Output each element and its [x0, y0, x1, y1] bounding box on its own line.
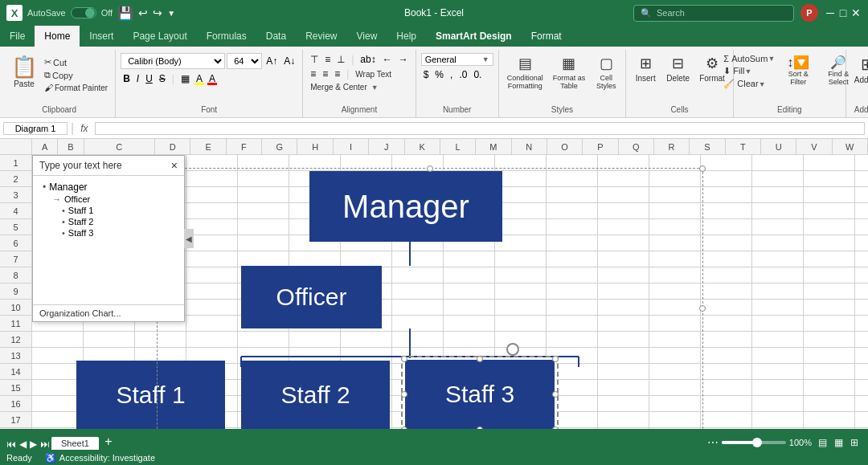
- staff3-rotation-handle[interactable]: [506, 343, 519, 356]
- tab-file[interactable]: File: [0, 26, 35, 47]
- font-family-select[interactable]: Calibri (Body): [121, 53, 225, 69]
- staff3-handle-tm[interactable]: [477, 356, 483, 362]
- handle-mr[interactable]: [699, 305, 706, 312]
- row-1[interactable]: 1: [0, 155, 31, 171]
- staff3-handle-tr[interactable]: [552, 356, 559, 362]
- officer-box[interactable]: Officer: [241, 266, 382, 328]
- tab-help[interactable]: Help: [387, 26, 426, 47]
- staff3-handle-br[interactable]: [552, 426, 559, 429]
- tab-formulas[interactable]: Formulas: [197, 26, 256, 47]
- borders-button[interactable]: ▦: [178, 72, 192, 85]
- staff3-handle-tl[interactable]: [401, 356, 407, 362]
- text-pane-footer[interactable]: Organization Chart...: [33, 304, 184, 321]
- page-break-view-button[interactable]: ⊞: [847, 435, 862, 450]
- save-icon[interactable]: 💾: [117, 6, 133, 21]
- col-P[interactable]: P: [583, 139, 618, 154]
- col-D[interactable]: D: [155, 139, 190, 154]
- copy-button[interactable]: ⧉ Copy: [42, 69, 110, 81]
- handle-tr[interactable]: [699, 165, 706, 172]
- bold-button[interactable]: B: [121, 72, 133, 85]
- col-S[interactable]: S: [690, 139, 725, 154]
- text-pane-close-button[interactable]: ×: [171, 159, 178, 172]
- row-6[interactable]: 6: [0, 235, 31, 251]
- zoom-bar[interactable]: [722, 441, 786, 444]
- align-left-button[interactable]: ≡: [308, 67, 318, 80]
- staff2-box[interactable]: Staff 2: [241, 361, 390, 429]
- col-L[interactable]: L: [440, 139, 476, 154]
- row-11[interactable]: 11: [0, 316, 31, 332]
- row-10[interactable]: 10: [0, 300, 31, 316]
- add-ins-button[interactable]: ⊞ Add-ins: [851, 53, 868, 86]
- decimal-increase-button[interactable]: .0: [457, 68, 469, 81]
- decrease-font-button[interactable]: A↓: [281, 55, 297, 67]
- col-N[interactable]: N: [512, 139, 547, 154]
- zoom-thumb[interactable]: [752, 438, 762, 447]
- row-14[interactable]: 14: [0, 364, 31, 380]
- text-pane-item-staff2[interactable]: • Staff 2: [36, 216, 181, 227]
- row-12[interactable]: 12: [0, 332, 31, 348]
- col-A[interactable]: A: [32, 139, 58, 154]
- font-size-select[interactable]: 64: [227, 53, 262, 69]
- col-G[interactable]: G: [262, 139, 297, 154]
- clear-button[interactable]: 🧹 Clear ▼: [721, 78, 777, 90]
- minimize-button[interactable]: ─: [825, 7, 836, 18]
- sheet-nav-next[interactable]: ▶: [30, 438, 37, 450]
- format-painter-button[interactable]: 🖌 Format Painter: [42, 82, 110, 93]
- col-K[interactable]: K: [405, 139, 440, 154]
- decimal-decrease-button[interactable]: 0.: [471, 68, 484, 81]
- col-I[interactable]: I: [334, 139, 369, 154]
- row-2[interactable]: 2: [0, 171, 31, 187]
- align-right-button[interactable]: ≡: [332, 67, 342, 80]
- text-pane-item-officer[interactable]: → Officer: [36, 194, 181, 205]
- staff3-handle-ml[interactable]: [401, 391, 407, 398]
- sheet-tab-sheet1[interactable]: Sheet1: [51, 437, 99, 450]
- add-sheet-button[interactable]: +: [100, 434, 117, 450]
- align-center-button[interactable]: ≡: [320, 67, 330, 80]
- row-8[interactable]: 8: [0, 267, 31, 283]
- col-O[interactable]: O: [547, 139, 583, 154]
- col-Q[interactable]: Q: [619, 139, 654, 154]
- italic-button[interactable]: I: [134, 72, 141, 85]
- insert-button[interactable]: ⊞ Insert: [631, 53, 660, 84]
- row-5[interactable]: 5: [0, 219, 31, 235]
- tab-home[interactable]: Home: [35, 26, 80, 47]
- currency-button[interactable]: $: [421, 68, 432, 81]
- undo-icon[interactable]: ↩: [138, 6, 148, 19]
- tab-smartart-design[interactable]: SmartArt Design: [426, 26, 522, 47]
- sheet-nav-first[interactable]: ⏮: [6, 438, 16, 450]
- staff3-handle-bm[interactable]: [477, 426, 483, 429]
- text-pane-item-staff1[interactable]: • Staff 1: [36, 205, 181, 216]
- cell-styles-button[interactable]: ▢ CellStyles: [592, 53, 620, 92]
- comma-button[interactable]: ,: [448, 68, 455, 81]
- redo-icon[interactable]: ↪: [153, 6, 162, 19]
- cut-button[interactable]: ✂ Cut: [42, 56, 110, 68]
- indent-increase-button[interactable]: →: [396, 53, 411, 66]
- fill-button[interactable]: ⬇ Fill ▼: [721, 65, 777, 77]
- wrap-text-button[interactable]: Wrap Text: [353, 69, 394, 80]
- row-3[interactable]: 3: [0, 187, 31, 203]
- col-F[interactable]: F: [227, 139, 262, 154]
- sheet-nav-prev[interactable]: ◀: [19, 438, 27, 450]
- merge-caret[interactable]: ▼: [371, 84, 379, 92]
- increase-font-button[interactable]: A↑: [264, 55, 280, 67]
- col-C[interactable]: C: [84, 139, 156, 154]
- staff3-handle-mr[interactable]: [552, 391, 559, 398]
- sheet-nav-last[interactable]: ⏭: [40, 438, 50, 450]
- align-middle-button[interactable]: ≡: [322, 53, 333, 66]
- col-U[interactable]: U: [761, 139, 796, 154]
- staff1-box[interactable]: Staff 1: [76, 361, 225, 429]
- number-format-dropdown[interactable]: General ▼: [421, 53, 493, 66]
- tab-data[interactable]: Data: [256, 26, 296, 47]
- grid-cells[interactable]: Type your text here × • Manager → Office…: [32, 155, 868, 429]
- autosave-toggle[interactable]: [71, 7, 96, 18]
- row-7[interactable]: 7: [0, 251, 31, 267]
- name-box[interactable]: [3, 122, 68, 135]
- row-15[interactable]: 15: [0, 380, 31, 396]
- normal-view-button[interactable]: ▤: [815, 435, 829, 450]
- col-M[interactable]: M: [476, 139, 511, 154]
- col-T[interactable]: T: [726, 139, 761, 154]
- fill-color-button[interactable]: A: [194, 72, 205, 85]
- indent-decrease-button[interactable]: ←: [380, 53, 395, 66]
- tab-insert[interactable]: Insert: [80, 26, 123, 47]
- merge-center-button[interactable]: Merge & Center: [308, 82, 370, 92]
